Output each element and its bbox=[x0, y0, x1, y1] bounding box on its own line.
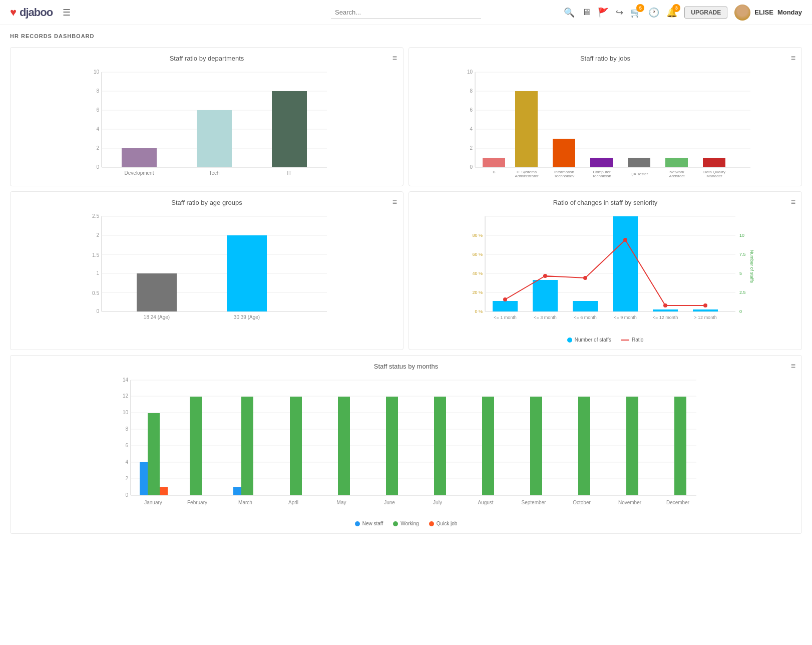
sen-bar-3m bbox=[533, 280, 558, 311]
svg-text:April: April bbox=[288, 500, 298, 505]
svg-text:1: 1 bbox=[96, 270, 99, 276]
svg-text:February: February bbox=[187, 500, 207, 505]
apr-working bbox=[290, 397, 302, 495]
jan-quick bbox=[160, 487, 168, 495]
bell-icon-btn[interactable]: 🔔3 bbox=[666, 7, 677, 18]
legend-working-dot bbox=[393, 521, 398, 526]
svg-text:8: 8 bbox=[96, 88, 99, 94]
upgrade-button[interactable]: UPGRADE bbox=[684, 7, 727, 19]
mar-working bbox=[241, 397, 253, 495]
legend-ratio-label: Ratio bbox=[632, 337, 643, 343]
sen-bar-9m bbox=[613, 216, 638, 311]
svg-text:2: 2 bbox=[470, 145, 473, 151]
sep-working bbox=[530, 397, 542, 495]
legend-new-staff-label: New staff bbox=[362, 521, 383, 526]
svg-text:8: 8 bbox=[125, 426, 128, 432]
header-right: 🔍 🖥 🚩 ↪ 🛒5 🕐 🔔3 UPGRADE ELISE Monday bbox=[564, 5, 802, 21]
share-icon-btn[interactable]: ↪ bbox=[616, 7, 623, 18]
jobs-chart-menu[interactable]: ≡ bbox=[791, 54, 795, 63]
svg-text:18 24 (Age): 18 24 (Age) bbox=[144, 314, 170, 320]
svg-text:4: 4 bbox=[470, 126, 473, 132]
months-chart-menu[interactable]: ≡ bbox=[791, 362, 795, 371]
svg-text:July: July bbox=[433, 500, 442, 505]
search-input[interactable] bbox=[331, 7, 481, 19]
dec-working bbox=[674, 397, 686, 495]
jul-working bbox=[434, 397, 446, 495]
menu-icon[interactable]: ☰ bbox=[63, 7, 71, 18]
svg-text:Administrator: Administrator bbox=[515, 174, 538, 177]
svg-text:1.5: 1.5 bbox=[92, 252, 99, 258]
jobs-chart-card: Staff ratio by jobs ≡ 0 2 4 6 8 bbox=[409, 47, 802, 186]
svg-text:January: January bbox=[144, 500, 162, 505]
search-icon-btn[interactable]: 🔍 bbox=[564, 7, 575, 18]
may-working bbox=[338, 397, 350, 495]
jobs-bar-info-tech bbox=[553, 139, 575, 167]
charts-row-2: Staff ratio by age groups ≡ 0 0.5 1 1.5 bbox=[10, 191, 802, 350]
dept-chart-title: Staff ratio by departments bbox=[18, 55, 396, 62]
ratio-dot-4 bbox=[623, 238, 627, 242]
ratio-dot-1 bbox=[503, 297, 507, 301]
ratio-dot-2 bbox=[543, 274, 547, 278]
notification-badge: 5 bbox=[636, 4, 644, 12]
feb-working bbox=[190, 397, 202, 495]
notification-icon-btn[interactable]: 🛒5 bbox=[630, 7, 641, 18]
svg-text:QA Tester: QA Tester bbox=[631, 172, 648, 176]
svg-text:7.5: 7.5 bbox=[739, 252, 746, 257]
jobs-chart-title: Staff ratio by jobs bbox=[416, 55, 794, 62]
sen-bar-12plus bbox=[693, 309, 718, 311]
clock-icon-btn[interactable]: 🕐 bbox=[648, 7, 659, 18]
legend-working: Working bbox=[393, 521, 419, 526]
sen-bar-12m bbox=[653, 309, 678, 311]
svg-text:<= 12 month: <= 12 month bbox=[653, 315, 678, 320]
months-legend: New staff Working Quick job bbox=[18, 521, 794, 526]
svg-text:20 %: 20 % bbox=[472, 290, 483, 295]
months-chart-title: Staff status by months bbox=[18, 363, 794, 370]
flag-icon-btn[interactable]: 🚩 bbox=[598, 7, 609, 18]
legend-staffs-dot bbox=[567, 338, 572, 343]
monitor-icon-btn[interactable]: 🖥 bbox=[582, 7, 591, 18]
ratio-dot-6 bbox=[703, 303, 707, 307]
svg-text:80 %: 80 % bbox=[472, 233, 483, 238]
legend-new-staff: New staff bbox=[355, 521, 383, 526]
ratio-dot-3 bbox=[583, 276, 587, 280]
ratio-dot-5 bbox=[663, 303, 667, 307]
seniority-svg: 0 % 20 % 40 % 60 % 80 % 0 2.5 5 7.5 10 N… bbox=[416, 211, 794, 332]
jobs-bar-chart: 0 2 4 6 8 10 bbox=[416, 67, 794, 179]
dept-bar-development bbox=[122, 148, 157, 167]
nov-working bbox=[626, 397, 638, 495]
svg-text:10: 10 bbox=[467, 69, 473, 75]
seniority-chart-card: Ratio of changes in staff by seniority ≡… bbox=[409, 191, 802, 350]
svg-text:12: 12 bbox=[123, 393, 129, 399]
svg-text:2.5: 2.5 bbox=[92, 213, 99, 219]
svg-text:6: 6 bbox=[470, 107, 473, 113]
user-area: ELISE Monday bbox=[734, 5, 802, 21]
svg-text:Technician: Technician bbox=[592, 174, 611, 177]
seniority-chart-menu[interactable]: ≡ bbox=[791, 198, 795, 207]
seniority-bar-chart: 0 % 20 % 40 % 60 % 80 % 0 2.5 5 7.5 10 N… bbox=[416, 211, 794, 343]
jobs-bar-qa bbox=[628, 158, 650, 167]
svg-text:IT: IT bbox=[287, 170, 292, 176]
svg-text:November: November bbox=[618, 500, 642, 505]
user-day: Monday bbox=[777, 9, 802, 16]
dept-chart-card: Staff ratio by departments ≡ 0 2 bbox=[10, 47, 403, 186]
dept-chart-menu[interactable]: ≡ bbox=[392, 54, 397, 63]
legend-staffs: Number of staffs bbox=[567, 337, 611, 343]
svg-text:10: 10 bbox=[123, 410, 129, 415]
svg-text:Tech: Tech bbox=[209, 170, 219, 176]
page: HR RECORDS DASHBOARD Staff ratio by depa… bbox=[0, 25, 812, 542]
svg-text:4: 4 bbox=[96, 126, 99, 132]
svg-text:6: 6 bbox=[96, 107, 99, 113]
svg-text:Development: Development bbox=[125, 170, 154, 176]
legend-quick-job-dot bbox=[429, 521, 434, 526]
svg-text:Architect: Architect bbox=[669, 174, 685, 177]
age-chart-menu[interactable]: ≡ bbox=[392, 198, 397, 207]
svg-text:2: 2 bbox=[125, 476, 128, 481]
logo-text: djaboo bbox=[20, 6, 53, 19]
jan-new bbox=[140, 462, 148, 495]
months-svg: 0 2 4 6 8 10 12 14 bbox=[18, 375, 794, 515]
svg-text:0: 0 bbox=[96, 308, 99, 314]
svg-text:0: 0 bbox=[739, 309, 742, 314]
jun-working bbox=[386, 397, 398, 495]
legend-ratio: Ratio bbox=[621, 337, 643, 343]
oct-working bbox=[578, 397, 590, 495]
